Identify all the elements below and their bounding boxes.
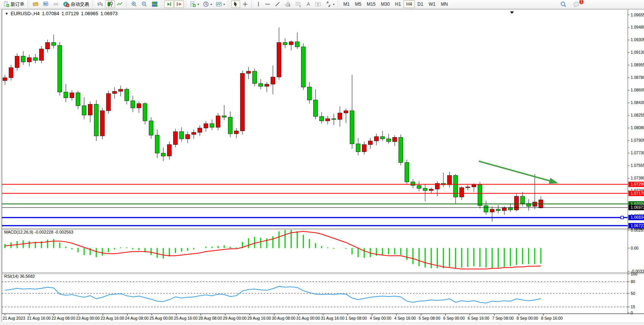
chart-shift-icon (176, 1, 182, 7)
search-button[interactable] (558, 0, 569, 8)
svg-text:7 Sep 08:00: 7 Sep 08:00 (492, 316, 514, 320)
svg-text:0.002572: 0.002572 (631, 228, 644, 232)
indicators-button[interactable]: ▾ (188, 0, 201, 8)
periods-button[interactable]: ▾ (201, 0, 214, 8)
notifications-button[interactable]: 1 (571, 0, 582, 8)
toolbar-separator (126, 1, 128, 8)
svg-text:1.07730: 1.07730 (631, 150, 644, 155)
svg-text:23 Aug 00:00: 23 Aug 00:00 (76, 316, 100, 320)
data-window-button[interactable] (41, 0, 51, 8)
candlestick-chart-icon (107, 1, 113, 7)
svg-text:25 Aug 00:00: 25 Aug 00:00 (150, 316, 173, 320)
bar-chart-icon (97, 1, 103, 7)
svg-text:1.07380: 1.07380 (631, 176, 644, 180)
cursor-button[interactable] (231, 0, 240, 8)
auto-scroll-icon (166, 1, 172, 7)
market-watch-button[interactable] (30, 0, 41, 8)
svg-text:28 Aug 08:00: 28 Aug 08:00 (198, 316, 222, 320)
new-order-icon (3, 1, 10, 7)
svg-text:31 Aug 00:00: 31 Aug 00:00 (296, 316, 320, 320)
text-button[interactable]: A (304, 0, 313, 8)
new-order-button[interactable]: 新订单 (2, 0, 26, 8)
chart-dropdown-icon[interactable]: ▼ (5, 12, 8, 16)
channel-icon: E (284, 1, 291, 7)
timeframe-button-m1[interactable]: M1 (341, 0, 352, 8)
time-axis: 21 Aug 202321 Aug 16:0022 Aug 08:0023 Au… (3, 314, 563, 320)
price-chart[interactable]: 1.096551.094801.093051.091301.089551.087… (2, 10, 644, 322)
horizontal-line-button[interactable] (263, 0, 273, 8)
timeframe-button-w1[interactable]: W1 (426, 0, 438, 8)
svg-text:5 Sep 08:00: 5 Sep 08:00 (419, 316, 440, 320)
chart-shift-marker[interactable] (510, 11, 514, 14)
svg-text:0.00: 0.00 (631, 246, 639, 250)
zoom-in-icon (131, 1, 137, 7)
chart-shift-button[interactable] (174, 0, 184, 8)
signals-icon (53, 1, 59, 7)
svg-text:1.06834: 1.06834 (631, 215, 644, 219)
new-order-label: 新订单 (11, 1, 24, 8)
chevron-down-icon: ▾ (333, 3, 335, 6)
timeframe-button-h4[interactable]: H4 (403, 0, 414, 8)
zoom-in-button[interactable] (129, 0, 139, 8)
cursor-icon (233, 1, 238, 7)
svg-text:T: T (317, 3, 319, 6)
fibonacci-button[interactable]: F (293, 0, 304, 8)
crosshair-button[interactable] (240, 0, 250, 8)
trend-arrow[interactable] (479, 161, 550, 181)
macd-panel: 0.0025720.00-0.003326 (5, 228, 644, 274)
zoom-out-icon (141, 1, 148, 7)
toolbar-separator (161, 1, 163, 8)
fibonacci-icon: F (295, 1, 302, 7)
auto-trading-button[interactable]: 自动交易 (61, 0, 91, 8)
svg-text:29 Aug 00:00: 29 Aug 00:00 (223, 316, 247, 320)
svg-text:1.07170: 1.07170 (631, 191, 644, 195)
equidistant-channel-button[interactable]: E (282, 0, 293, 8)
svg-text:E: E (289, 5, 290, 7)
text-label-icon: T (315, 1, 322, 7)
svg-text:1.09655: 1.09655 (631, 13, 644, 17)
svg-text:1.09305: 1.09305 (631, 37, 644, 42)
vertical-line-button[interactable] (254, 0, 263, 8)
svg-text:8 Sep 16:00: 8 Sep 16:00 (541, 316, 563, 320)
svg-text:4 Sep 16:00: 4 Sep 16:00 (394, 316, 416, 320)
arrows-icon (325, 1, 332, 7)
svg-text:30 Aug 08:00: 30 Aug 08:00 (272, 316, 295, 320)
signals-button[interactable] (51, 0, 61, 8)
line-chart-button[interactable] (115, 0, 125, 8)
templates-button[interactable]: ▾ (214, 0, 227, 8)
zoom-out-button[interactable] (139, 0, 150, 8)
timeframe-button-m30[interactable]: M30 (378, 0, 392, 8)
price-axis: 1.096551.094801.093051.091301.089551.087… (628, 13, 644, 231)
svg-text:1.09130: 1.09130 (631, 50, 644, 54)
timeframe-button-d1[interactable]: D1 (415, 0, 426, 8)
candlestick-chart-button[interactable] (105, 0, 115, 8)
chart-title: ▼ EURUSD-,H4 1.07084 1.07129 1.06965 1.0… (5, 11, 118, 16)
toolbar-separator (27, 1, 29, 8)
svg-text:80: 80 (631, 279, 635, 284)
auto-scroll-button[interactable] (164, 0, 174, 8)
svg-text:1 Sep 08:00: 1 Sep 08:00 (345, 316, 367, 320)
svg-text:1.08955: 1.08955 (631, 62, 644, 67)
trendline-button[interactable] (273, 0, 282, 8)
toolbar-separator (185, 1, 187, 8)
timeframe-button-h1[interactable]: H1 (392, 0, 403, 8)
tile-windows-button[interactable] (150, 0, 160, 8)
crosshair-icon (242, 1, 248, 7)
notification-badge: 1 (579, 0, 584, 5)
text-label-button[interactable]: T (313, 0, 324, 8)
horizontal-line-icon (265, 1, 271, 7)
rsi-line (5, 287, 541, 303)
svg-text:1.09480: 1.09480 (631, 25, 644, 29)
auto-trading-label: 自动交易 (71, 1, 89, 8)
bar-chart-button[interactable] (95, 0, 105, 8)
timeframe-button-mn[interactable]: MN (438, 0, 451, 8)
chart-high-value: 1.07129 (62, 11, 79, 16)
svg-text:50: 50 (631, 291, 635, 296)
svg-text:21 Aug 2023: 21 Aug 2023 (3, 316, 25, 320)
timeframe-button-m15[interactable]: M15 (364, 0, 378, 8)
arrows-button[interactable]: ▾ (324, 0, 336, 8)
svg-text:23 Aug 16:00: 23 Aug 16:00 (100, 316, 124, 320)
data-window-icon (43, 1, 49, 7)
timeframe-button-m5[interactable]: M5 (352, 0, 364, 8)
svg-text:31 Aug 16:00: 31 Aug 16:00 (321, 316, 344, 320)
